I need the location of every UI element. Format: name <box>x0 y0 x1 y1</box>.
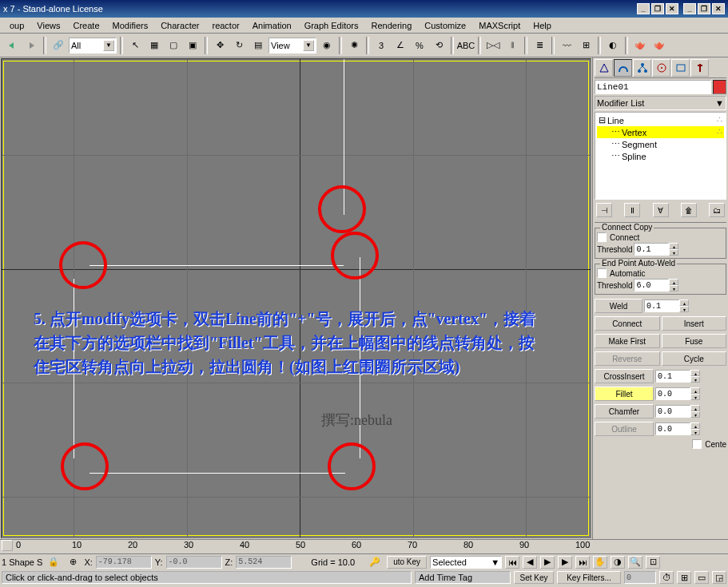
menu-customize[interactable]: Customize <box>418 19 472 32</box>
modify-tab[interactable] <box>614 59 632 77</box>
select-button[interactable]: ↖ <box>126 37 144 54</box>
key-filters-button[interactable]: Key Filters... <box>557 571 621 584</box>
automatic-checkbox[interactable] <box>597 268 607 278</box>
next-frame-button[interactable]: ▶ <box>558 556 572 569</box>
show-end-result-button[interactable]: Ⅱ <box>624 203 640 217</box>
render-scene-button[interactable]: 🫖 <box>631 37 649 54</box>
fillet-button[interactable]: Fillet <box>595 387 654 401</box>
add-time-tag[interactable]: Add Time Tag <box>415 571 511 584</box>
scale-button[interactable]: ▤ <box>249 37 267 54</box>
pin-stack-button[interactable]: ⊣ <box>596 203 612 217</box>
reverse-button[interactable]: Reverse <box>595 351 660 366</box>
window-crossing-button[interactable]: ▣ <box>184 37 201 54</box>
menu-animation[interactable]: Animation <box>246 19 298 32</box>
menu-rendering[interactable]: Rendering <box>365 19 419 32</box>
curve-editor-button[interactable]: 〰 <box>558 37 575 54</box>
schematic-button[interactable]: ⊞ <box>577 37 595 54</box>
connect-checkbox[interactable] <box>597 232 607 242</box>
menu-maxscript[interactable]: MAXScript <box>472 19 527 32</box>
zoom-all-button[interactable]: ⊡ <box>646 556 660 569</box>
menu-grapheditors[interactable]: Graph Editors <box>298 19 365 32</box>
spinner-snap-button[interactable]: ⟲ <box>430 37 448 54</box>
angle-snap-button[interactable]: ∠ <box>392 37 409 54</box>
undo-button[interactable] <box>3 37 21 54</box>
time-config-button[interactable]: ⏱ <box>659 571 674 584</box>
utilities-tab[interactable] <box>690 59 709 77</box>
connect-threshold-spinner[interactable]: ▴▾ <box>634 243 678 256</box>
menu-reactor[interactable]: reactor <box>205 19 245 32</box>
menu-group[interactable]: oup <box>3 19 30 32</box>
modifier-stack[interactable]: ⊟Line∴ ⋯Vertex∴ ⋯Segment ⋯Spline <box>595 112 726 200</box>
remove-modifier-button[interactable]: 🗑 <box>681 203 697 217</box>
center-checkbox[interactable] <box>692 439 702 449</box>
goto-start-button[interactable]: ⏮ <box>505 556 519 569</box>
arc-rotate-button[interactable]: ◑ <box>611 556 625 569</box>
lock-button[interactable]: 🔒 <box>46 555 62 569</box>
align-button[interactable]: ⫴ <box>503 37 521 54</box>
named-sel-button[interactable]: ABC <box>457 37 475 54</box>
menu-help[interactable]: Help <box>527 19 558 32</box>
play-button[interactable]: ▶ <box>540 556 555 569</box>
layers-button[interactable]: ≣ <box>531 37 548 54</box>
quick-render-button[interactable]: 🫖 <box>650 37 668 54</box>
outline-button[interactable]: Outline <box>595 422 654 436</box>
stack-segment[interactable]: ⋯Segment <box>597 138 724 150</box>
close-button[interactable]: ✕ <box>666 3 678 14</box>
manipulate-button[interactable]: ✺ <box>345 37 363 54</box>
redo-button[interactable] <box>22 37 40 54</box>
mirror-button[interactable]: ▷◁ <box>484 37 502 54</box>
fuse-button[interactable]: Fuse <box>662 334 727 348</box>
crossinsert-spinner[interactable]: ▴▾ <box>655 369 700 383</box>
material-button[interactable]: ◐ <box>604 37 622 54</box>
fov-button[interactable]: ▭ <box>694 571 709 584</box>
insert-button[interactable]: Insert <box>662 316 727 331</box>
motion-tab[interactable] <box>652 59 670 77</box>
current-frame[interactable]: 0 <box>624 571 656 584</box>
zoom-button[interactable]: 🔍 <box>628 556 642 569</box>
app-minimize-button[interactable]: _ <box>683 3 696 14</box>
connect-button[interactable]: Connect <box>595 316 660 331</box>
app-close-button[interactable]: ✕ <box>712 3 725 14</box>
zoom-ext-button[interactable]: ⊞ <box>677 571 691 584</box>
crossinsert-button[interactable]: CrossInsert <box>595 369 654 383</box>
autoweld-threshold-spinner[interactable]: ▴▾ <box>634 279 678 292</box>
create-tab[interactable] <box>595 59 613 77</box>
move-button[interactable]: ✥ <box>211 37 229 54</box>
chamfer-button[interactable]: Chamfer <box>595 404 654 418</box>
rect-select-button[interactable]: ▢ <box>165 37 182 54</box>
menu-views[interactable]: Views <box>30 19 66 32</box>
coord-y[interactable]: -0.0 <box>166 556 222 569</box>
make-unique-button[interactable]: ∀ <box>653 203 669 217</box>
prev-frame-button[interactable]: ◀ <box>523 556 537 569</box>
rotate-button[interactable]: ↻ <box>230 37 248 54</box>
configure-sets-button[interactable]: 🗂 <box>709 203 725 217</box>
make-first-button[interactable]: Make First <box>595 334 660 348</box>
abs-rel-button[interactable]: ⊕ <box>65 555 81 569</box>
weld-spinner[interactable]: ▴▾ <box>644 299 689 313</box>
ref-coord-combo[interactable]: View▼ <box>269 38 316 54</box>
chamfer-spinner[interactable]: ▴▾ <box>655 404 700 418</box>
stack-vertex[interactable]: ⋯Vertex∴ <box>597 126 724 138</box>
hierarchy-tab[interactable] <box>633 59 651 77</box>
viewport[interactable]: 5. 点开modify选项卡，双击Line前的"+"号，展开后，点"vertex… <box>1 58 591 538</box>
link-button[interactable]: 🔗 <box>50 37 67 54</box>
weld-button[interactable]: Weld <box>595 299 642 313</box>
stack-spline[interactable]: ⋯Spline <box>597 150 724 162</box>
pan-view-button[interactable]: ✋ <box>593 556 607 569</box>
percent-snap-button[interactable]: % <box>411 37 428 54</box>
coord-z[interactable]: 5.524 <box>236 556 292 569</box>
app-restore-button[interactable]: ❐ <box>698 3 710 14</box>
keymode-combo[interactable]: Selected▼ <box>430 556 502 569</box>
menu-create[interactable]: Create <box>67 19 106 32</box>
object-name-input[interactable] <box>595 80 711 94</box>
restore-button[interactable]: ❐ <box>651 3 664 14</box>
selection-filter-combo[interactable]: All▼ <box>69 38 117 54</box>
stack-root[interactable]: ⊟Line∴ <box>597 114 724 126</box>
setkey-button[interactable]: Set Key <box>514 571 554 584</box>
time-slider-handle[interactable] <box>2 540 13 551</box>
cycle-button[interactable]: Cycle <box>662 351 727 366</box>
modifier-list-combo[interactable]: Modifier List▼ <box>595 96 726 110</box>
time-ruler[interactable]: 0102030405060708090100 <box>0 539 728 553</box>
display-tab[interactable] <box>671 59 690 77</box>
menu-character[interactable]: Character <box>154 19 205 32</box>
